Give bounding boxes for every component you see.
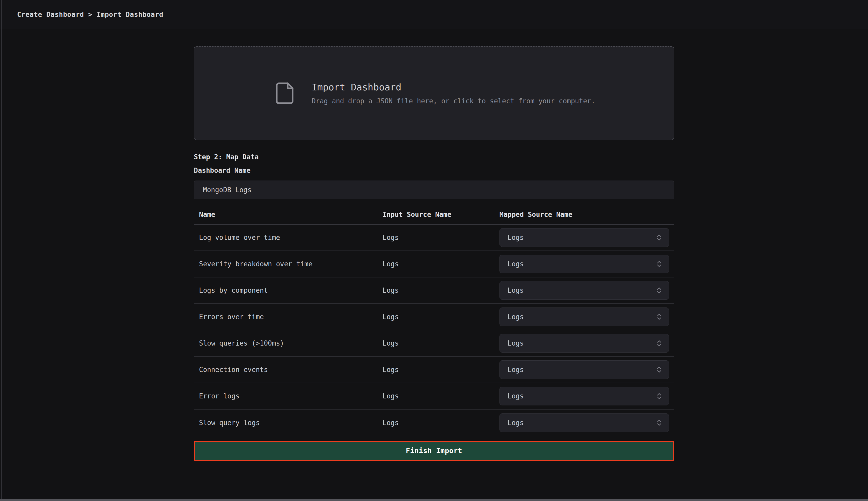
chevrons-up-down-icon (655, 366, 663, 374)
mapped-source-value: Logs (507, 366, 524, 374)
chevrons-up-down-icon (655, 313, 663, 321)
column-header-mapped-source: Mapped Source Name (499, 211, 674, 218)
mapped-source-select[interactable]: Logs (499, 228, 669, 247)
json-file-dropzone[interactable]: Import Dashboard Drag and drop a JSON fi… (194, 46, 674, 140)
row-name: Errors over time (194, 313, 383, 321)
row-input-source: Logs (383, 419, 499, 427)
dropzone-subtitle: Drag and drop a JSON file here, or click… (311, 97, 595, 105)
row-mapped-source-cell: Logs (499, 228, 674, 247)
mapping-table-header: Name Input Source Name Mapped Source Nam… (194, 204, 674, 225)
table-row: Logs by component Logs Logs (194, 277, 674, 304)
table-row: Errors over time Logs Logs (194, 304, 674, 330)
column-header-input-source: Input Source Name (383, 211, 499, 218)
mapped-source-select[interactable]: Logs (499, 281, 669, 300)
row-mapped-source-cell: Logs (499, 281, 674, 300)
row-input-source: Logs (383, 392, 499, 400)
mapped-source-value: Logs (507, 419, 524, 427)
row-name: Slow queries (>100ms) (194, 339, 383, 347)
row-mapped-source-cell: Logs (499, 334, 674, 353)
chevrons-up-down-icon (655, 419, 663, 427)
mapped-source-value: Logs (507, 234, 524, 242)
table-row: Slow queries (>100ms) Logs Logs (194, 330, 674, 357)
row-mapped-source-cell: Logs (499, 255, 674, 273)
chevrons-up-down-icon (655, 260, 663, 268)
chevrons-up-down-icon (655, 287, 663, 294)
breadcrumb: Create Dashboard > Import Dashboard (17, 11, 163, 18)
row-name: Connection events (194, 366, 383, 374)
mapping-table: Name Input Source Name Mapped Source Nam… (194, 204, 674, 436)
mapped-source-value: Logs (507, 313, 524, 321)
row-input-source: Logs (383, 366, 499, 374)
row-name: Log volume over time (194, 234, 383, 242)
row-mapped-source-cell: Logs (499, 308, 674, 326)
row-input-source: Logs (383, 234, 499, 242)
mapped-source-value: Logs (507, 339, 524, 347)
chevrons-up-down-icon (655, 392, 663, 400)
row-name: Severity breakdown over time (194, 260, 383, 268)
step-heading: Step 2: Map Data (194, 153, 674, 161)
breadcrumb-item-create-dashboard[interactable]: Create Dashboard (17, 11, 84, 18)
breadcrumb-item-import-dashboard[interactable]: Import Dashboard (97, 11, 163, 18)
dropzone-text: Import Dashboard Drag and drop a JSON fi… (311, 82, 595, 105)
dashboard-name-input[interactable] (194, 181, 674, 199)
table-row: Error logs Logs Logs (194, 383, 674, 409)
row-mapped-source-cell: Logs (499, 414, 674, 432)
breadcrumb-separator: > (88, 11, 92, 18)
file-icon (273, 81, 297, 105)
row-input-source: Logs (383, 287, 499, 294)
row-mapped-source-cell: Logs (499, 387, 674, 405)
table-row: Severity breakdown over time Logs Logs (194, 251, 674, 277)
dropzone-title: Import Dashboard (311, 82, 595, 93)
table-row: Connection events Logs Logs (194, 357, 674, 383)
table-row: Slow query logs Logs Logs (194, 409, 674, 436)
mapped-source-select[interactable]: Logs (499, 414, 669, 432)
table-row: Log volume over time Logs Logs (194, 225, 674, 251)
mapping-table-body: Log volume over time Logs Logs Severity … (194, 225, 674, 436)
row-name: Logs by component (194, 287, 383, 294)
chevrons-up-down-icon (655, 234, 663, 242)
column-header-name: Name (194, 211, 383, 218)
window-left-edge (1, 0, 2, 499)
row-input-source: Logs (383, 313, 499, 321)
mapped-source-select[interactable]: Logs (499, 387, 669, 405)
chevrons-up-down-icon (655, 339, 663, 347)
row-input-source: Logs (383, 260, 499, 268)
mapped-source-value: Logs (507, 260, 524, 268)
row-mapped-source-cell: Logs (499, 360, 674, 379)
mapped-source-select[interactable]: Logs (499, 334, 669, 353)
mapped-source-value: Logs (507, 392, 524, 400)
mapped-source-select[interactable]: Logs (499, 255, 669, 273)
mapped-source-select[interactable]: Logs (499, 360, 669, 379)
horizontal-scrollbar[interactable] (0, 499, 868, 501)
mapped-source-select[interactable]: Logs (499, 308, 669, 326)
import-dashboard-page: Import Dashboard Drag and drop a JSON fi… (194, 46, 674, 461)
row-input-source: Logs (383, 339, 499, 347)
mapped-source-value: Logs (507, 287, 524, 294)
row-name: Error logs (194, 392, 383, 400)
top-bar: Create Dashboard > Import Dashboard (0, 0, 868, 29)
finish-import-button[interactable]: Finish Import (194, 441, 674, 461)
dashboard-name-label: Dashboard Name (194, 167, 251, 174)
row-name: Slow query logs (194, 419, 383, 427)
